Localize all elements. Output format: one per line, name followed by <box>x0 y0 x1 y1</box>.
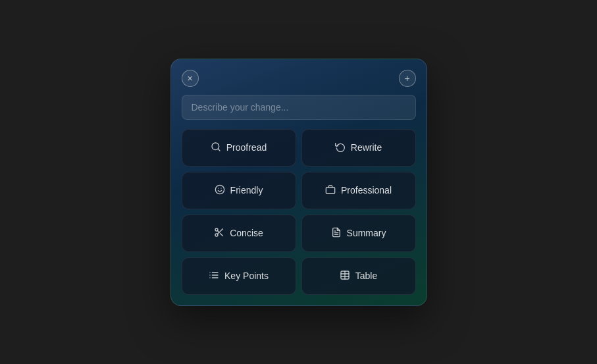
summary-button[interactable]: Summary <box>301 215 416 252</box>
friendly-button[interactable]: Friendly <box>182 172 296 209</box>
svg-line-10 <box>218 230 220 232</box>
table-label: Table <box>355 271 377 281</box>
rewrite-icon <box>335 142 346 154</box>
friendly-icon <box>215 184 225 197</box>
key-points-icon <box>209 270 219 282</box>
proofread-button[interactable]: Proofread <box>182 129 296 167</box>
svg-line-9 <box>221 233 223 236</box>
proofread-icon <box>211 142 221 154</box>
summary-icon <box>331 227 342 240</box>
professional-button[interactable]: Professional <box>301 172 416 209</box>
friendly-label: Friendly <box>230 185 263 195</box>
rewrite-button[interactable]: Rewrite <box>301 129 416 167</box>
concise-label: Concise <box>230 228 263 238</box>
svg-point-2 <box>215 185 224 194</box>
table-icon <box>340 270 350 282</box>
rewrite-label: Rewrite <box>351 142 382 153</box>
professional-icon <box>325 184 336 197</box>
describe-input[interactable] <box>182 95 416 120</box>
concise-icon <box>214 227 224 240</box>
key-points-label: Key Points <box>224 271 269 281</box>
modal-header: × + <box>182 70 416 87</box>
professional-label: Professional <box>341 185 392 195</box>
actions-grid: ProofreadRewriteFriendlyProfessionalConc… <box>182 129 416 295</box>
summary-label: Summary <box>347 228 386 238</box>
svg-rect-5 <box>326 187 334 193</box>
concise-button[interactable]: Concise <box>182 215 296 252</box>
add-button[interactable]: + <box>399 70 416 87</box>
table-button[interactable]: Table <box>301 257 416 295</box>
key-points-button[interactable]: Key Points <box>182 257 296 295</box>
proofread-label: Proofread <box>226 142 267 153</box>
modal-container: × + ProofreadRewriteFriendlyProfessional… <box>170 59 427 306</box>
close-button[interactable]: × <box>182 70 199 87</box>
svg-line-1 <box>218 149 220 151</box>
